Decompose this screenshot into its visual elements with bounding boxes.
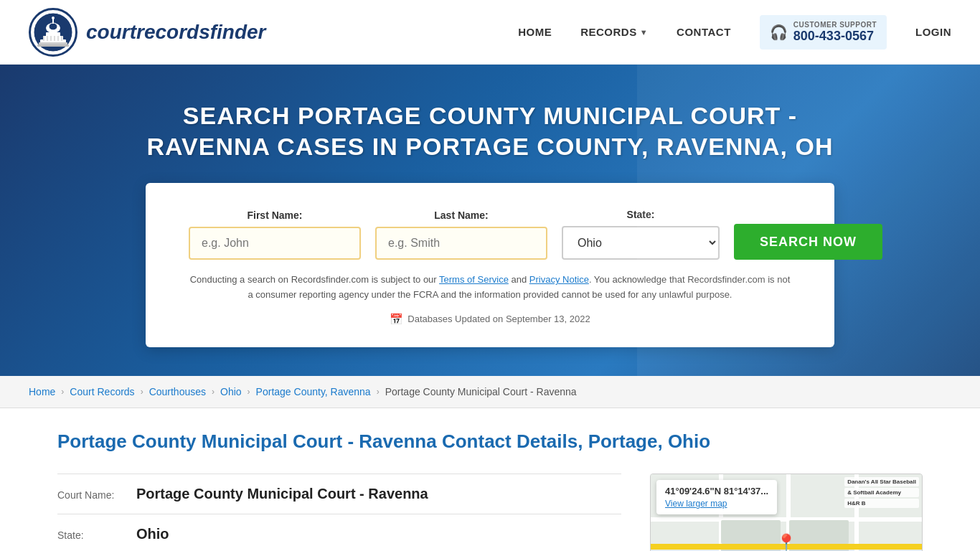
last-name-label: Last Name: [375, 209, 547, 221]
chevron-down-icon: ▼ [640, 28, 648, 37]
hero-title: SEARCH PORTAGE COUNTY MUNICIPAL COURT - … [131, 100, 849, 161]
court-name-value: Portage County Municipal Court - Ravenna [136, 486, 428, 502]
state-label: State: [562, 209, 720, 220]
section-title: Portage County Municipal Court - Ravenna… [57, 430, 923, 454]
svg-rect-11 [54, 36, 55, 41]
svg-rect-12 [57, 36, 59, 41]
state-group: State: Ohio Alabama Alaska Arizona Calif… [562, 209, 720, 260]
breadcrumb-court-records[interactable]: Court Records [70, 386, 134, 397]
map-overlay: 41°09'24.6"N 81°14'37... View larger map [656, 480, 777, 514]
svg-point-7 [52, 17, 55, 19]
court-name-row: Court Name: Portage County Municipal Cou… [57, 474, 621, 514]
breadcrumb-portage-ravenna[interactable]: Portage County, Ravenna [256, 386, 371, 397]
support-label: CUSTOMER SUPPORT [793, 21, 877, 29]
support-phone: 800-433-0567 [793, 29, 877, 44]
breadcrumb-sep-5: › [377, 387, 380, 397]
search-card: First Name: Last Name: State: Ohio Alaba… [146, 183, 834, 347]
map-label-hrb: H&R B [844, 499, 919, 508]
map-container[interactable]: Danan's All Star Baseball & Softball Aca… [650, 474, 923, 551]
breadcrumb-home[interactable]: Home [29, 386, 55, 397]
terms-link[interactable]: Terms of Service [439, 274, 509, 285]
details-panel: Court Name: Portage County Municipal Cou… [57, 474, 621, 551]
svg-point-5 [49, 23, 57, 30]
breadcrumb-sep-4: › [248, 387, 250, 397]
breadcrumb-sep-2: › [141, 387, 143, 397]
headset-icon: 🎧 [770, 24, 788, 41]
svg-rect-13 [61, 36, 62, 41]
privacy-link[interactable]: Privacy Notice [529, 274, 589, 285]
last-name-group: Last Name: [375, 209, 547, 260]
db-updated: 📅 Databases Updated on September 13, 202… [189, 313, 791, 326]
map-view-larger[interactable]: View larger map [665, 499, 768, 509]
nav-home[interactable]: HOME [518, 26, 552, 38]
state-row: State: Ohio [57, 514, 621, 551]
svg-rect-14 [39, 42, 67, 44]
svg-rect-10 [50, 36, 52, 41]
search-fields: First Name: Last Name: State: Ohio Alaba… [189, 209, 791, 260]
map-pin: 📍 [776, 534, 797, 551]
breadcrumb-current: Portage County Municipal Court - Ravenna [385, 386, 577, 397]
calendar-icon: 📅 [390, 313, 403, 326]
login-button[interactable]: LOGIN [915, 26, 951, 38]
state-detail-value: Ohio [136, 526, 169, 542]
main-nav: HOME RECORDS ▼ CONTACT 🎧 CUSTOMER SUPPOR… [518, 15, 951, 50]
breadcrumb-ohio[interactable]: Ohio [220, 386, 242, 397]
first-name-label: First Name: [189, 209, 361, 221]
support-block[interactable]: 🎧 CUSTOMER SUPPORT 800-433-0567 [760, 15, 887, 50]
main-content: Portage County Municipal Court - Ravenna… [0, 408, 980, 551]
site-header: courtrecordsfinder HOME RECORDS ▼ CONTAC… [0, 0, 980, 65]
map-label-baseball: Danan's All Star Baseball [844, 477, 919, 486]
svg-rect-9 [47, 36, 48, 41]
breadcrumb-courthouses[interactable]: Courthouses [149, 386, 206, 397]
state-detail-label: State: [57, 529, 129, 541]
first-name-input[interactable] [189, 227, 361, 260]
nav-records[interactable]: RECORDS ▼ [580, 26, 648, 38]
last-name-input[interactable] [375, 227, 547, 260]
logo-icon [29, 8, 77, 57]
state-select[interactable]: Ohio Alabama Alaska Arizona California F… [562, 226, 720, 260]
breadcrumb-sep-1: › [61, 387, 64, 397]
svg-rect-15 [37, 44, 69, 47]
disclaimer-text: Conducting a search on Recordsfinder.com… [189, 273, 791, 303]
breadcrumb: Home › Court Records › Courthouses › Ohi… [0, 376, 980, 408]
first-name-group: First Name: [189, 209, 361, 260]
map-label-softball: & Softball Academy [844, 488, 919, 497]
search-button[interactable]: SEARCH NOW [734, 224, 882, 260]
hero-section: SEARCH PORTAGE COUNTY MUNICIPAL COURT - … [0, 65, 980, 376]
logo-area[interactable]: courtrecordsfinder [29, 8, 266, 57]
map-panel: Danan's All Star Baseball & Softball Aca… [650, 474, 923, 551]
logo-text: courtrecordsfinder [86, 21, 266, 44]
content-grid: Court Name: Portage County Municipal Cou… [57, 474, 923, 551]
svg-rect-8 [43, 36, 44, 41]
map-coordinates: 41°09'24.6"N 81°14'37... [665, 486, 768, 496]
nav-contact[interactable]: CONTACT [677, 26, 731, 38]
court-name-label: Court Name: [57, 489, 129, 501]
breadcrumb-sep-3: › [212, 387, 215, 397]
